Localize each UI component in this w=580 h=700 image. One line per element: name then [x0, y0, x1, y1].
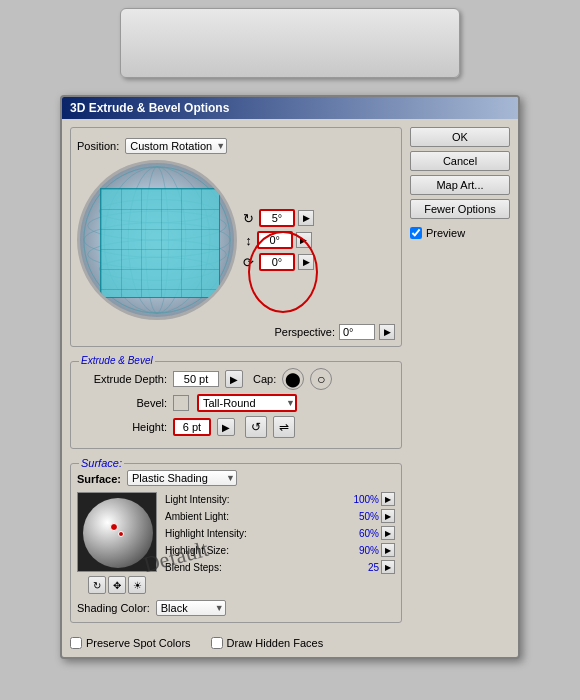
rotate-y-icon: ↕ — [245, 233, 252, 248]
shading-color-dropdown[interactable]: Black — [156, 600, 226, 616]
left-panel: Position: Custom Rotation ▼ — [70, 127, 402, 649]
surface-body: ↻ ✥ ☀ Light Intensity: 100% ▶ — [77, 492, 395, 594]
rotation-y-input[interactable] — [257, 231, 293, 249]
highlight-size-btn[interactable]: ▶ — [381, 543, 395, 557]
shading-dropdown-wrapper[interactable]: Black ▼ — [156, 600, 226, 616]
preview-rotate-icon[interactable]: ↻ — [88, 576, 106, 594]
extrude-section-label: Extrude & Bevel — [79, 355, 155, 366]
height-flip-icon[interactable]: ⇌ — [273, 416, 295, 438]
fewer-options-button[interactable]: Fewer Options — [410, 199, 510, 219]
sphere-square — [100, 188, 220, 298]
right-panel: OK Cancel Map Art... Fewer Options Previ… — [410, 127, 510, 649]
preview-label: Preview — [426, 227, 465, 239]
highlight-intensity-btn[interactable]: ▶ — [381, 526, 395, 540]
perspective-input[interactable] — [339, 324, 375, 340]
position-dropdown-wrapper[interactable]: Custom Rotation ▼ — [125, 138, 227, 154]
position-header: Position: Custom Rotation ▼ — [77, 138, 395, 154]
blend-steps-row: Blend Steps: 25 ▶ — [165, 560, 395, 574]
cancel-button[interactable]: Cancel — [410, 151, 510, 171]
preview-checkbox-row: Preview — [410, 227, 510, 239]
height-row: Height: ▶ ↺ ⇌ — [77, 416, 395, 438]
sphere-area: ↻ ▶ ↕ ▶ ⟳ — [77, 160, 395, 320]
shading-color-label: Shading Color: — [77, 602, 150, 614]
bevel-color-swatch — [173, 395, 189, 411]
surface-section: Surface: Surface: Plastic Shading ▼ Defa… — [70, 463, 402, 623]
surface-preview — [77, 492, 157, 572]
surface-dropdown[interactable]: Plastic Shading — [127, 470, 237, 486]
preview-dot-1 — [110, 523, 118, 531]
blend-steps-label: Blend Steps: — [165, 562, 343, 573]
rotation-z-input[interactable] — [259, 253, 295, 271]
ambient-light-btn[interactable]: ▶ — [381, 509, 395, 523]
preview-light-icon[interactable]: ☀ — [128, 576, 146, 594]
ambient-light-value: 50% — [343, 511, 379, 522]
rotation-z-btn[interactable]: ▶ — [298, 254, 314, 270]
ok-button[interactable]: OK — [410, 127, 510, 147]
map-art-button[interactable]: Map Art... — [410, 175, 510, 195]
preserve-spot-checkbox-row: Preserve Spot Colors — [70, 637, 191, 649]
preview-move-icon[interactable]: ✥ — [108, 576, 126, 594]
height-label: Height: — [77, 421, 167, 433]
position-label: Position: — [77, 140, 119, 152]
rotation-x-btn[interactable]: ▶ — [298, 210, 314, 226]
draw-hidden-checkbox[interactable] — [211, 637, 223, 649]
surface-label: Surface: — [79, 457, 124, 469]
extrude-bevel-section: Extrude & Bevel Extrude Depth: ▶ Cap: ⬤ … — [70, 361, 402, 449]
light-intensity-row: Light Intensity: 100% ▶ — [165, 492, 395, 506]
highlight-size-value: 90% — [343, 545, 379, 556]
height-input[interactable] — [173, 418, 211, 436]
height-btn[interactable]: ▶ — [217, 418, 235, 436]
preserve-spot-label: Preserve Spot Colors — [86, 637, 191, 649]
dialog-3d-extrude-bevel: 3D Extrude & Bevel Options Position: Cus… — [60, 95, 520, 659]
rotation-controls: ↻ ▶ ↕ ▶ ⟳ — [243, 209, 314, 271]
bevel-dropdown[interactable]: Tall-Round — [197, 394, 297, 412]
bevel-row: Bevel: Tall-Round ▼ — [77, 394, 395, 412]
bottom-checkboxes-row: Preserve Spot Colors Draw Hidden Faces — [70, 637, 402, 649]
bevel-dropdown-wrapper[interactable]: Tall-Round ▼ — [197, 394, 297, 412]
rotation-y-btn[interactable]: ▶ — [296, 232, 312, 248]
highlight-intensity-row: Highlight Intensity: 60% ▶ — [165, 526, 395, 540]
surface-static-label: Surface: — [77, 473, 121, 485]
bevel-label: Bevel: — [77, 397, 167, 409]
rotate-z-icon: ⟳ — [243, 255, 254, 270]
shading-color-row: Shading Color: Black ▼ — [77, 600, 395, 616]
preview-checkbox[interactable] — [410, 227, 422, 239]
extrude-depth-label: Extrude Depth: — [77, 373, 167, 385]
top-preview-bar — [120, 8, 460, 78]
draw-hidden-checkbox-row: Draw Hidden Faces — [211, 637, 324, 649]
highlight-size-label: Highlight Size: — [165, 545, 343, 556]
perspective-label: Perspective: — [274, 326, 335, 338]
height-twist-icon[interactable]: ↺ — [245, 416, 267, 438]
surface-header: Surface: Surface: Plastic Shading ▼ — [77, 470, 395, 486]
rotate-x-icon: ↻ — [243, 211, 254, 226]
cap-label: Cap: — [253, 373, 276, 385]
highlight-intensity-value: 60% — [343, 528, 379, 539]
highlight-size-row: Highlight Size: 90% ▶ — [165, 543, 395, 557]
extrude-depth-input[interactable] — [173, 371, 219, 387]
light-intensity-value: 100% — [343, 494, 379, 505]
draw-hidden-label: Draw Hidden Faces — [227, 637, 324, 649]
position-dropdown[interactable]: Custom Rotation — [125, 138, 227, 154]
preserve-spot-checkbox[interactable] — [70, 637, 82, 649]
extrude-depth-btn[interactable]: ▶ — [225, 370, 243, 388]
light-intensity-label: Light Intensity: — [165, 494, 343, 505]
extrude-depth-row: Extrude Depth: ▶ Cap: ⬤ ○ — [77, 368, 395, 390]
rotation-inputs-container: ↻ ▶ ↕ ▶ ⟳ — [243, 209, 314, 271]
ambient-light-label: Ambient Light: — [165, 511, 343, 522]
surface-preview-container: ↻ ✥ ☀ — [77, 492, 157, 594]
ambient-light-row: Ambient Light: 50% ▶ — [165, 509, 395, 523]
dialog-body: Position: Custom Rotation ▼ — [62, 119, 518, 657]
cap-hollow-icon[interactable]: ○ — [310, 368, 332, 390]
preview-toolbar: ↻ ✥ ☀ — [88, 576, 146, 594]
position-section: Position: Custom Rotation ▼ — [70, 127, 402, 347]
rotation-x-input[interactable] — [259, 209, 295, 227]
perspective-btn[interactable]: ▶ — [379, 324, 395, 340]
blend-steps-btn[interactable]: ▶ — [381, 560, 395, 574]
light-intensity-btn[interactable]: ▶ — [381, 492, 395, 506]
rotation-x-row: ↻ ▶ — [243, 209, 314, 227]
rotation-z-row: ⟳ ▶ — [243, 253, 314, 271]
sphere-3d-preview[interactable] — [77, 160, 237, 320]
cap-filled-icon[interactable]: ⬤ — [282, 368, 304, 390]
surface-dropdown-wrapper[interactable]: Plastic Shading ▼ — [127, 470, 237, 486]
perspective-row: Perspective: ▶ — [77, 324, 395, 340]
